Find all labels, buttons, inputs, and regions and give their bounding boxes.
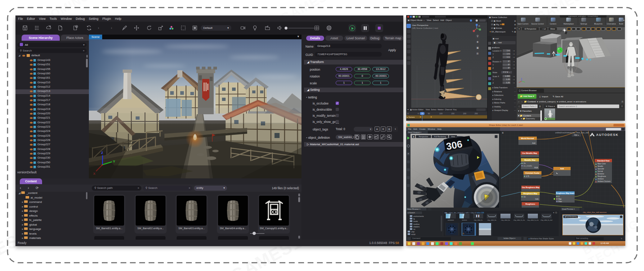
svg-text:Use Metallic Map: Use Metallic Map [522,152,537,154]
svg-text:On: On [523,196,526,198]
svg-text:Map: Map [558,198,562,200]
svg-text:Roughness: Roughness [525,203,535,205]
svg-text:Roughness Map: Roughness Map [523,192,538,195]
svg-text:A: A [558,196,559,197]
svg-text:Standard View: Standard View [597,160,609,162]
svg-text:RGB: RGB [534,167,538,169]
svg-text:Roughness Map Invert: Roughness Map Invert [556,192,575,194]
svg-text:Use Roughness Map: Use Roughness Map [522,186,539,188]
svg-text:Constant Scalar: Constant Scalar [525,172,540,174]
svg-text:Z: Z [101,151,103,155]
svg-text:World Normal: World Normal [521,137,534,139]
svg-text:tex_metallic: tex_metallic [523,165,532,167]
svg-text:AUTODESK: AUTODESK [596,133,618,137]
svg-text:Indie: Indie [535,198,539,200]
svg-text:Add: Add [532,142,535,144]
svg-text:Metallic Map: Metallic Map [525,159,536,161]
svg-text:On: On [523,163,526,164]
svg-text:0.75: 0.75 [526,176,529,177]
svg-text:Filter: Filter [558,201,562,203]
svg-text:Add: Add [560,168,564,170]
svg-text:Y: Y [113,160,115,163]
